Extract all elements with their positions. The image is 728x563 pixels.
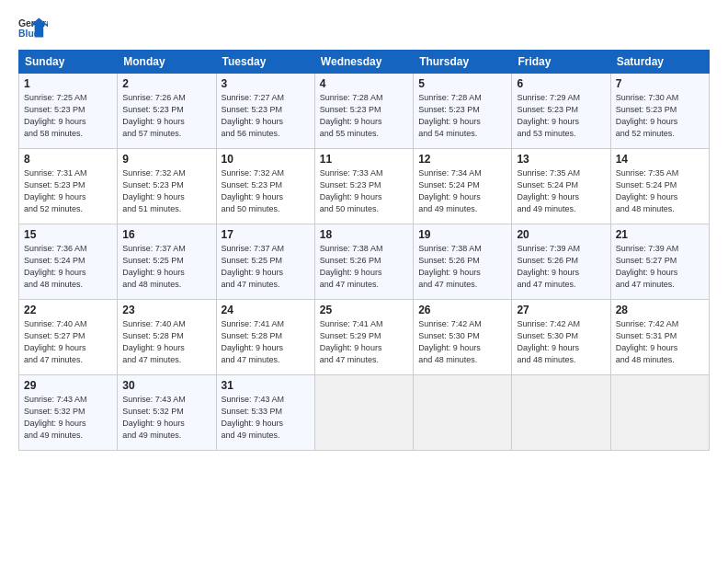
calendar-cell: 22Sunrise: 7:40 AM Sunset: 5:27 PM Dayli…: [19, 300, 118, 375]
day-number: 1: [24, 77, 112, 90]
calendar-cell: 4Sunrise: 7:28 AM Sunset: 5:23 PM Daylig…: [314, 74, 413, 149]
week-row-3: 15Sunrise: 7:36 AM Sunset: 5:24 PM Dayli…: [19, 224, 710, 300]
calendar-cell: [512, 375, 610, 451]
calendar-cell: 10Sunrise: 7:32 AM Sunset: 5:23 PM Dayli…: [216, 149, 314, 224]
calendar-cell: [314, 375, 413, 451]
day-number: 20: [517, 228, 605, 241]
calendar-cell: 24Sunrise: 7:41 AM Sunset: 5:28 PM Dayli…: [216, 300, 314, 375]
day-info: Sunrise: 7:38 AM Sunset: 5:26 PM Dayligh…: [320, 244, 383, 289]
week-row-2: 8Sunrise: 7:31 AM Sunset: 5:23 PM Daylig…: [19, 149, 710, 224]
day-number: 13: [517, 153, 605, 166]
day-info: Sunrise: 7:42 AM Sunset: 5:31 PM Dayligh…: [616, 319, 679, 364]
day-number: 22: [24, 304, 112, 316]
day-info: Sunrise: 7:39 AM Sunset: 5:26 PM Dayligh…: [517, 244, 580, 289]
calendar-cell: 6Sunrise: 7:29 AM Sunset: 5:23 PM Daylig…: [512, 74, 610, 149]
day-number: 4: [320, 77, 408, 90]
day-number: 30: [122, 379, 210, 392]
day-info: Sunrise: 7:42 AM Sunset: 5:30 PM Dayligh…: [418, 319, 482, 364]
calendar-cell: 9Sunrise: 7:32 AM Sunset: 5:23 PM Daylig…: [118, 149, 216, 224]
day-number: 18: [320, 228, 408, 241]
calendar-cell: 15Sunrise: 7:36 AM Sunset: 5:24 PM Dayli…: [19, 224, 118, 300]
day-info: Sunrise: 7:35 AM Sunset: 5:24 PM Dayligh…: [517, 168, 580, 213]
calendar-cell: 18Sunrise: 7:38 AM Sunset: 5:26 PM Dayli…: [314, 224, 413, 300]
calendar-cell: 5Sunrise: 7:28 AM Sunset: 5:23 PM Daylig…: [414, 74, 512, 149]
day-info: Sunrise: 7:29 AM Sunset: 5:23 PM Dayligh…: [517, 93, 580, 138]
day-number: 11: [320, 153, 408, 166]
day-number: 3: [222, 77, 310, 90]
calendar-cell: 8Sunrise: 7:31 AM Sunset: 5:23 PM Daylig…: [19, 149, 118, 224]
day-number: 2: [122, 77, 210, 90]
day-number: 7: [616, 77, 704, 90]
day-info: Sunrise: 7:35 AM Sunset: 5:24 PM Dayligh…: [616, 168, 679, 213]
day-info: Sunrise: 7:43 AM Sunset: 5:32 PM Dayligh…: [24, 395, 87, 440]
day-info: Sunrise: 7:38 AM Sunset: 5:26 PM Dayligh…: [418, 244, 482, 289]
calendar-cell: 16Sunrise: 7:37 AM Sunset: 5:25 PM Dayli…: [118, 224, 216, 300]
day-info: Sunrise: 7:34 AM Sunset: 5:24 PM Dayligh…: [418, 168, 482, 213]
day-number: 12: [418, 153, 506, 166]
calendar-cell: 7Sunrise: 7:30 AM Sunset: 5:23 PM Daylig…: [610, 74, 709, 149]
day-info: Sunrise: 7:30 AM Sunset: 5:23 PM Dayligh…: [616, 93, 679, 138]
day-info: Sunrise: 7:41 AM Sunset: 5:29 PM Dayligh…: [320, 319, 383, 364]
day-info: Sunrise: 7:28 AM Sunset: 5:23 PM Dayligh…: [320, 93, 383, 138]
day-number: 21: [616, 228, 704, 241]
calendar-cell: 28Sunrise: 7:42 AM Sunset: 5:31 PM Dayli…: [610, 300, 709, 375]
day-number: 8: [24, 153, 112, 166]
day-info: Sunrise: 7:36 AM Sunset: 5:24 PM Dayligh…: [24, 244, 87, 289]
weekday-header-sunday: Sunday: [19, 51, 118, 74]
day-number: 29: [24, 379, 112, 392]
calendar-cell: 20Sunrise: 7:39 AM Sunset: 5:26 PM Dayli…: [512, 224, 610, 300]
weekday-header-saturday: Saturday: [610, 51, 709, 74]
day-number: 19: [418, 228, 506, 241]
header: General Blue: [18, 17, 710, 42]
calendar-cell: 12Sunrise: 7:34 AM Sunset: 5:24 PM Dayli…: [414, 149, 512, 224]
day-info: Sunrise: 7:41 AM Sunset: 5:28 PM Dayligh…: [222, 319, 285, 364]
day-number: 15: [24, 228, 112, 241]
week-row-1: 1Sunrise: 7:25 AM Sunset: 5:23 PM Daylig…: [19, 74, 710, 149]
day-info: Sunrise: 7:40 AM Sunset: 5:28 PM Dayligh…: [122, 319, 186, 364]
day-number: 25: [320, 304, 408, 316]
day-number: 17: [222, 228, 310, 241]
day-info: Sunrise: 7:37 AM Sunset: 5:25 PM Dayligh…: [122, 244, 186, 289]
calendar-cell: 21Sunrise: 7:39 AM Sunset: 5:27 PM Dayli…: [610, 224, 709, 300]
day-info: Sunrise: 7:27 AM Sunset: 5:23 PM Dayligh…: [222, 93, 285, 138]
day-info: Sunrise: 7:32 AM Sunset: 5:23 PM Dayligh…: [222, 168, 285, 213]
calendar-cell: 11Sunrise: 7:33 AM Sunset: 5:23 PM Dayli…: [314, 149, 413, 224]
day-number: 23: [122, 304, 210, 316]
day-number: 28: [616, 304, 704, 316]
day-info: Sunrise: 7:32 AM Sunset: 5:23 PM Dayligh…: [122, 168, 186, 213]
page: General Blue SundayMondayTuesdayWednesda…: [0, 0, 728, 460]
day-number: 24: [222, 304, 310, 316]
weekday-header-tuesday: Tuesday: [216, 51, 314, 74]
calendar-cell: 27Sunrise: 7:42 AM Sunset: 5:30 PM Dayli…: [512, 300, 610, 375]
day-info: Sunrise: 7:37 AM Sunset: 5:25 PM Dayligh…: [222, 244, 285, 289]
logo-icon: General Blue: [18, 17, 48, 42]
day-info: Sunrise: 7:31 AM Sunset: 5:23 PM Dayligh…: [24, 168, 87, 213]
day-info: Sunrise: 7:42 AM Sunset: 5:30 PM Dayligh…: [517, 319, 580, 364]
calendar-cell: 17Sunrise: 7:37 AM Sunset: 5:25 PM Dayli…: [216, 224, 314, 300]
calendar-cell: [610, 375, 709, 451]
day-info: Sunrise: 7:39 AM Sunset: 5:27 PM Dayligh…: [616, 244, 679, 289]
calendar-cell: 23Sunrise: 7:40 AM Sunset: 5:28 PM Dayli…: [118, 300, 216, 375]
calendar-cell: 2Sunrise: 7:26 AM Sunset: 5:23 PM Daylig…: [118, 74, 216, 149]
day-number: 5: [418, 77, 506, 90]
day-info: Sunrise: 7:25 AM Sunset: 5:23 PM Dayligh…: [24, 93, 87, 138]
weekday-header-row: SundayMondayTuesdayWednesdayThursdayFrid…: [19, 51, 710, 74]
week-row-4: 22Sunrise: 7:40 AM Sunset: 5:27 PM Dayli…: [19, 300, 710, 375]
calendar-cell: 14Sunrise: 7:35 AM Sunset: 5:24 PM Dayli…: [610, 149, 709, 224]
week-row-5: 29Sunrise: 7:43 AM Sunset: 5:32 PM Dayli…: [19, 375, 710, 451]
day-info: Sunrise: 7:26 AM Sunset: 5:23 PM Dayligh…: [122, 93, 186, 138]
logo: General Blue: [18, 17, 48, 42]
calendar-cell: 26Sunrise: 7:42 AM Sunset: 5:30 PM Dayli…: [414, 300, 512, 375]
day-number: 6: [517, 77, 605, 90]
day-number: 9: [122, 153, 210, 166]
day-info: Sunrise: 7:33 AM Sunset: 5:23 PM Dayligh…: [320, 168, 383, 213]
day-number: 26: [418, 304, 506, 316]
day-info: Sunrise: 7:28 AM Sunset: 5:23 PM Dayligh…: [418, 93, 482, 138]
calendar-cell: [414, 375, 512, 451]
weekday-header-wednesday: Wednesday: [314, 51, 413, 74]
calendar-cell: 3Sunrise: 7:27 AM Sunset: 5:23 PM Daylig…: [216, 74, 314, 149]
weekday-header-thursday: Thursday: [414, 51, 512, 74]
day-info: Sunrise: 7:43 AM Sunset: 5:33 PM Dayligh…: [222, 395, 285, 440]
weekday-header-friday: Friday: [512, 51, 610, 74]
day-number: 16: [122, 228, 210, 241]
